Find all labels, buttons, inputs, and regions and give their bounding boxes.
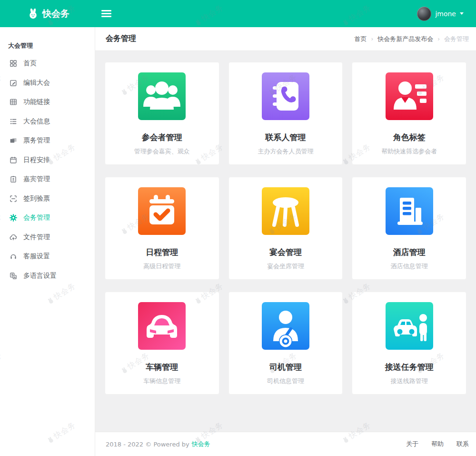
info-icon	[10, 118, 17, 125]
files-icon	[10, 233, 17, 241]
feature-card-grid: 参会者管理 管理参会嘉宾、观众 联系人管理 主办方会务人员管理 角色标签 帮助快…	[105, 62, 466, 395]
sidebar-item-schedule[interactable]: 日程安排	[0, 151, 95, 170]
sidebar-nav: 首页 编辑大会 功能链接 大会信息 票务管理 日程安排 嘉宾管理 签到验票 会务…	[0, 54, 95, 285]
breadcrumb: 首页›快会务新产品发布会›会务管理	[354, 35, 469, 43]
sidebar-item-tickets[interactable]: 票务管理	[0, 131, 95, 151]
sidebar-item-services[interactable]: 会务管理	[0, 208, 95, 228]
feature-card-contacts[interactable]: 联系人管理 主办方会务人员管理	[228, 62, 343, 165]
hotel-icon	[386, 187, 433, 235]
breadcrumb-item: 会务管理	[444, 35, 469, 43]
tickets-icon	[10, 137, 17, 144]
feature-card-banquet[interactable]: 宴会管理 宴会坐席管理	[228, 177, 343, 280]
sidebar-item-links[interactable]: 功能链接	[0, 92, 95, 112]
brand: 快会务	[0, 8, 95, 20]
feature-card-hotel[interactable]: 酒店管理 酒店信息管理	[352, 177, 466, 280]
feature-card-schedule[interactable]: 日程管理 高级日程管理	[105, 177, 219, 280]
app-header: 快会务 jmone	[0, 0, 476, 27]
user-menu[interactable]: jmone	[417, 7, 464, 21]
footer-brand-link[interactable]: 快会务	[192, 440, 210, 448]
breadcrumb-separator: ›	[437, 36, 440, 42]
copyright-text: 2018 - 2022 © Powered by	[106, 441, 189, 448]
breadcrumb-item[interactable]: 快会务新产品发布会	[377, 35, 433, 43]
services-icon	[10, 214, 17, 222]
page-header: 会务管理 首页›快会务新产品发布会›会务管理	[95, 27, 476, 51]
edit-icon	[10, 79, 17, 87]
sidebar-item-checkin[interactable]: 签到验票	[0, 189, 95, 209]
sidebar-section-label: 大会管理	[0, 27, 95, 54]
sidebar-item-language[interactable]: 多语言设置	[0, 266, 95, 286]
feature-card-vehicles[interactable]: 车辆管理 车辆信息管理	[105, 292, 219, 395]
brand-name: 快会务	[42, 8, 69, 20]
links-icon	[10, 98, 17, 106]
participants-icon	[138, 72, 186, 120]
banquet-icon	[262, 187, 309, 235]
breadcrumb-item[interactable]: 首页	[354, 35, 367, 43]
username: jmone	[435, 10, 456, 18]
feature-card-role-tags[interactable]: 角色标签 帮助快速筛选参会者	[352, 62, 466, 165]
support-icon	[10, 253, 17, 260]
sidebar-item-guests[interactable]: 嘉宾管理	[0, 170, 95, 189]
avatar[interactable]	[417, 7, 431, 21]
breadcrumb-separator: ›	[371, 36, 373, 42]
feature-card-participants[interactable]: 参会者管理 管理参会嘉宾、观众	[105, 62, 219, 165]
transfers-icon	[386, 302, 433, 350]
sidebar-item-home[interactable]: 首页	[0, 54, 95, 73]
menu-toggle-button[interactable]	[101, 10, 111, 17]
sidebar-item-files[interactable]: 文件管理	[0, 228, 95, 247]
schedule-icon	[138, 187, 186, 235]
sidebar-item-support[interactable]: 客服设置	[0, 247, 95, 266]
language-icon	[10, 272, 17, 280]
main-content: 会务管理 首页›快会务新产品发布会›会务管理 参会者管理 管理参会嘉宾、观众 联…	[95, 27, 476, 456]
drivers-icon	[262, 302, 309, 350]
home-icon	[10, 60, 17, 67]
page-title: 会务管理	[106, 34, 136, 44]
rabbit-logo-icon	[27, 8, 39, 20]
guests-icon	[10, 175, 17, 183]
page-footer: 2018 - 2022 © Powered by 快会务 关于帮助联系	[95, 432, 476, 456]
sidebar-item-info[interactable]: 大会信息	[0, 112, 95, 132]
role-tags-icon	[386, 72, 433, 120]
contacts-icon	[262, 72, 309, 120]
schedule-icon	[10, 156, 17, 164]
chevron-down-icon	[460, 12, 464, 15]
vehicles-icon	[138, 302, 186, 350]
sidebar-item-edit[interactable]: 编辑大会	[0, 73, 95, 93]
footer-link[interactable]: 联系	[456, 440, 469, 448]
checkin-icon	[10, 195, 17, 203]
sidebar: 大会管理 首页 编辑大会 功能链接 大会信息 票务管理 日程安排 嘉宾管理 签到…	[0, 27, 95, 456]
footer-link[interactable]: 帮助	[431, 440, 444, 448]
feature-card-drivers[interactable]: 司机管理 司机信息管理	[228, 292, 343, 395]
footer-links: 关于帮助联系	[406, 440, 469, 448]
footer-link[interactable]: 关于	[406, 440, 418, 448]
feature-card-transfers[interactable]: 接送任务管理 接送线路管理	[352, 292, 466, 395]
